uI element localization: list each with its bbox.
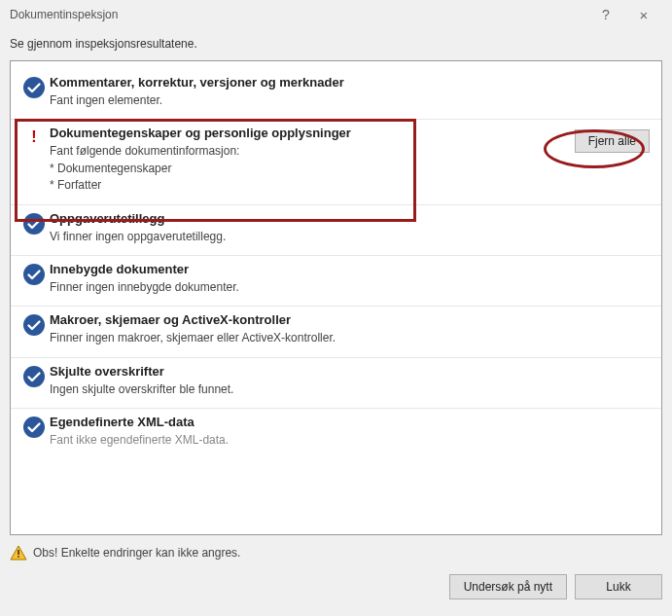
result-text: Skjulte overskrifterIngen skjulte oversk… xyxy=(50,364,543,398)
result-text: Dokumentegenskaper og personlige opplysn… xyxy=(50,126,543,194)
subheader-text: Se gjennom inspeksjonsresultatene. xyxy=(0,29,672,56)
result-text: OppgaverutetilleggVi finner ingen oppgav… xyxy=(50,211,543,245)
result-title: Egendefinerte XML-data xyxy=(50,415,543,429)
result-text: Egendefinerte XML-dataFant ikke egendefi… xyxy=(50,415,543,449)
result-action xyxy=(543,262,650,296)
result-text: Innebygde dokumenterFinner ingen innebyg… xyxy=(50,262,543,296)
result-description: Ingen skjulte overskrifter ble funnet. xyxy=(50,381,543,398)
remove-all-button[interactable]: Fjern alle xyxy=(575,129,650,153)
svg-rect-7 xyxy=(18,550,19,555)
results-list[interactable]: Kommentarer, korrektur, versjoner og mer… xyxy=(11,61,661,534)
warning-triangle-icon xyxy=(10,545,27,561)
result-action xyxy=(543,211,650,245)
result-item: !Dokumentegenskaper og personlige opplys… xyxy=(11,120,661,204)
result-title: Makroer, skjemaer og ActiveX-kontroller xyxy=(50,312,543,327)
result-description: Vi finner ingen oppgaverutetillegg. xyxy=(50,229,543,245)
result-action xyxy=(543,364,650,398)
result-item: OppgaverutetilleggVi finner ingen oppgav… xyxy=(11,205,661,256)
checkmark-icon xyxy=(18,262,50,296)
footer-note: Obs! Enkelte endringer kan ikke angres. xyxy=(0,535,672,568)
footer-actions: Undersøk på nytt Lukk xyxy=(0,568,672,609)
checkmark-icon xyxy=(18,415,50,449)
result-title: Innebygde dokumenter xyxy=(50,262,543,276)
help-icon[interactable]: ? xyxy=(588,7,623,22)
checkmark-icon xyxy=(18,364,50,398)
result-item: Egendefinerte XML-dataFant ikke egendefi… xyxy=(11,409,661,458)
close-icon[interactable]: × xyxy=(623,7,664,23)
result-description: Finner ingen makroer, skjemaer eller Act… xyxy=(50,330,543,346)
window-title: Dokumentinspeksjon xyxy=(10,8,588,21)
result-text: Makroer, skjemaer og ActiveX-kontrollerF… xyxy=(50,312,543,346)
result-item: Innebygde dokumenterFinner ingen innebyg… xyxy=(11,256,661,307)
svg-point-5 xyxy=(23,417,45,438)
checkmark-icon xyxy=(18,75,50,109)
svg-point-2 xyxy=(23,264,45,285)
close-button[interactable]: Lukk xyxy=(575,574,662,599)
result-item: Kommentarer, korrektur, versjoner og mer… xyxy=(11,69,661,120)
svg-point-0 xyxy=(23,77,45,98)
result-title: Oppgaverutetillegg xyxy=(50,211,543,226)
result-description: Fant følgende dokumentinformasjon:* Doku… xyxy=(50,143,543,194)
result-description: Finner ingen innebygde dokumenter. xyxy=(50,279,543,296)
reinspect-button[interactable]: Undersøk på nytt xyxy=(449,574,567,599)
result-action xyxy=(543,75,650,109)
results-panel: Kommentarer, korrektur, versjoner og mer… xyxy=(10,60,662,535)
result-title: Kommentarer, korrektur, versjoner og mer… xyxy=(50,75,543,90)
result-text: Kommentarer, korrektur, versjoner og mer… xyxy=(50,75,543,109)
result-title: Skjulte overskrifter xyxy=(50,364,543,379)
result-title: Dokumentegenskaper og personlige opplysn… xyxy=(50,126,543,140)
result-action xyxy=(543,415,650,449)
svg-point-4 xyxy=(23,366,45,387)
titlebar: Dokumentinspeksjon ? × xyxy=(0,0,672,29)
checkmark-icon xyxy=(18,312,50,346)
checkmark-icon xyxy=(18,211,50,245)
exclamation-icon: ! xyxy=(18,126,50,194)
result-description: Fant ikke egendefinerte XML-data. xyxy=(50,432,543,449)
result-item: Skjulte overskrifterIngen skjulte oversk… xyxy=(11,358,661,409)
result-action xyxy=(543,312,650,346)
svg-rect-8 xyxy=(18,556,19,558)
result-item: Makroer, skjemaer og ActiveX-kontrollerF… xyxy=(11,307,661,357)
svg-point-3 xyxy=(23,314,45,336)
result-description: Fant ingen elementer. xyxy=(50,92,543,109)
footer-note-text: Obs! Enkelte endringer kan ikke angres. xyxy=(33,546,240,560)
result-action: Fjern alle xyxy=(543,126,650,194)
svg-point-1 xyxy=(23,213,45,235)
